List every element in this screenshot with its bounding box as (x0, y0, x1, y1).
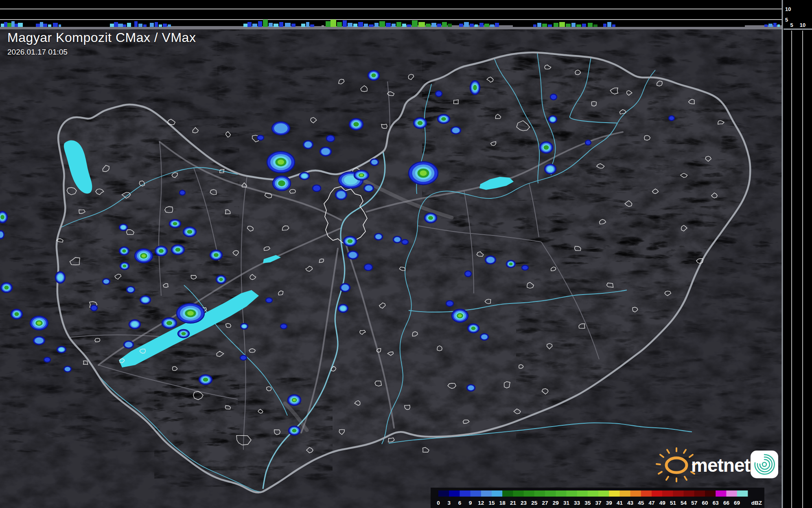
svg-text:33: 33 (574, 500, 580, 506)
svg-text:41: 41 (617, 500, 623, 506)
title-block: Magyar Kompozit CMax / VMax 2026.01.17 0… (7, 30, 196, 57)
svg-text:23: 23 (521, 500, 527, 506)
svg-text:21: 21 (510, 500, 517, 506)
svg-text:43: 43 (627, 500, 634, 506)
svg-text:18: 18 (499, 500, 506, 506)
svg-text:12: 12 (478, 500, 484, 506)
logo-wordmark: metnet (691, 455, 750, 476)
radar-app-window: 10 5 5 10 036912151821232527293133353739… (0, 0, 812, 508)
svg-text:29: 29 (553, 500, 559, 506)
colorbar-cells (438, 490, 748, 497)
top-axis-label-5: 5 (785, 17, 788, 23)
corner-divider (784, 29, 812, 30)
svg-text:37: 37 (595, 500, 601, 506)
svg-text:35: 35 (584, 500, 591, 506)
svg-text:39: 39 (606, 500, 612, 506)
svg-text:9: 9 (469, 500, 472, 506)
svg-text:3: 3 (447, 500, 451, 506)
svg-text:57: 57 (691, 500, 697, 506)
top-profile-strip (0, 0, 782, 29)
svg-text:27: 27 (542, 500, 548, 506)
svg-text:15: 15 (488, 500, 495, 506)
top-axis-label-10: 10 (785, 6, 791, 12)
right-profile-strip (784, 0, 812, 508)
svg-text:6: 6 (458, 500, 462, 506)
svg-text:25: 25 (531, 500, 538, 506)
radar-composite-canvas: 10 5 5 10 036912151821232527293133353739… (0, 0, 812, 508)
dbz-colorbar: 0369121518212325272931333537394143454749… (431, 488, 764, 508)
metnet-app-icon (751, 451, 778, 478)
svg-text:51: 51 (670, 500, 676, 506)
svg-text:49: 49 (659, 500, 665, 506)
svg-text:dBZ: dBZ (751, 500, 762, 506)
svg-text:45: 45 (638, 500, 644, 506)
right-axis-label-10: 10 (800, 22, 805, 28)
svg-text:63: 63 (713, 500, 719, 506)
timestamp: 2026.01.17 01:05 (7, 48, 196, 57)
svg-text:54: 54 (681, 500, 687, 506)
svg-text:69: 69 (734, 500, 740, 506)
svg-text:47: 47 (648, 500, 654, 506)
svg-text:60: 60 (702, 500, 708, 506)
svg-text:0: 0 (437, 500, 440, 506)
svg-text:31: 31 (563, 500, 570, 506)
right-axis-label-5: 5 (790, 22, 793, 28)
page-title: Magyar Kompozit CMax / VMax (7, 30, 196, 45)
svg-text:66: 66 (723, 500, 730, 506)
map-area (0, 29, 782, 508)
